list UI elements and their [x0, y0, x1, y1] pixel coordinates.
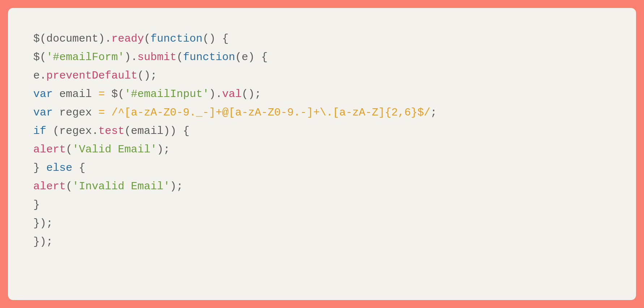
code-token: = — [98, 88, 105, 100]
code-token: var — [33, 106, 53, 119]
code-token: else — [46, 162, 72, 174]
code-token: ( — [66, 180, 72, 193]
code-token: $ — [111, 88, 118, 100]
code-token: $ — [33, 33, 40, 45]
code-token: } — [33, 162, 46, 174]
code-token: }); — [33, 217, 53, 229]
code-token: (); — [242, 88, 261, 100]
code-line: $('#emailForm').submit(function(e) { — [33, 48, 611, 67]
code-token: e. — [33, 69, 46, 82]
code-token: ready — [111, 33, 144, 45]
code-token: ); — [170, 180, 183, 193]
code-token: ( — [66, 143, 72, 156]
code-token: ). — [124, 51, 137, 63]
code-token — [105, 88, 111, 100]
code-token: preventDefault — [46, 69, 137, 82]
code-token: () { — [202, 33, 229, 45]
code-token: val — [222, 88, 242, 100]
code-token: { — [72, 162, 85, 174]
code-line: } else { — [33, 159, 611, 177]
code-token: ( — [144, 33, 150, 45]
code-line: alert('Invalid Email'); — [33, 177, 611, 196]
code-token: submit — [137, 51, 176, 63]
code-token: 'Invalid Email' — [72, 180, 170, 193]
code-token: (e) { — [235, 51, 268, 63]
code-line: }); — [33, 233, 611, 251]
code-line: var regex = /^[a-zA-Z0-9._-]+@[a-zA-Z0-9… — [33, 104, 611, 122]
code-line: var email = $('#emailInput').val(); — [33, 85, 611, 104]
code-token: if — [33, 125, 46, 137]
code-token: function — [150, 33, 202, 45]
code-line: alert('Valid Email'); — [33, 140, 611, 159]
code-token: } — [33, 199, 40, 211]
code-content: $(document).ready(function() {$('#emailF… — [33, 30, 611, 251]
code-token: var — [33, 88, 53, 100]
code-token: function — [183, 51, 235, 63]
code-token: ); — [157, 143, 170, 156]
code-token: (); — [137, 69, 157, 82]
code-token: ( — [118, 88, 124, 100]
code-token: }); — [33, 236, 53, 248]
code-token: test — [98, 125, 124, 137]
code-token: (regex. — [46, 125, 98, 137]
code-token: email — [53, 88, 98, 100]
code-token: ). — [209, 88, 222, 100]
code-token: alert — [33, 180, 66, 193]
code-token: ( — [176, 51, 183, 63]
code-token: alert — [33, 143, 66, 156]
code-token: = — [98, 106, 105, 119]
code-line: } — [33, 196, 611, 214]
code-token: (email)) { — [124, 125, 189, 137]
code-token: $ — [33, 51, 40, 63]
code-block: $(document).ready(function() {$('#emailF… — [8, 8, 636, 300]
code-token — [105, 106, 111, 119]
code-token: ( — [40, 51, 46, 63]
code-line: }); — [33, 214, 611, 233]
code-token: 'Valid Email' — [72, 143, 157, 156]
code-line: if (regex.test(email)) { — [33, 122, 611, 140]
code-line: $(document).ready(function() { — [33, 30, 611, 48]
code-line: e.preventDefault(); — [33, 67, 611, 85]
code-token: '#emailInput' — [124, 88, 209, 100]
code-token: /^[a-zA-Z0-9._-]+@[a-zA-Z0-9.-]+\.[a-zA-… — [111, 106, 430, 119]
code-token: (document). — [40, 33, 111, 45]
code-token: '#emailForm' — [46, 51, 124, 63]
code-token: ; — [430, 106, 437, 119]
code-token: regex — [53, 106, 98, 119]
